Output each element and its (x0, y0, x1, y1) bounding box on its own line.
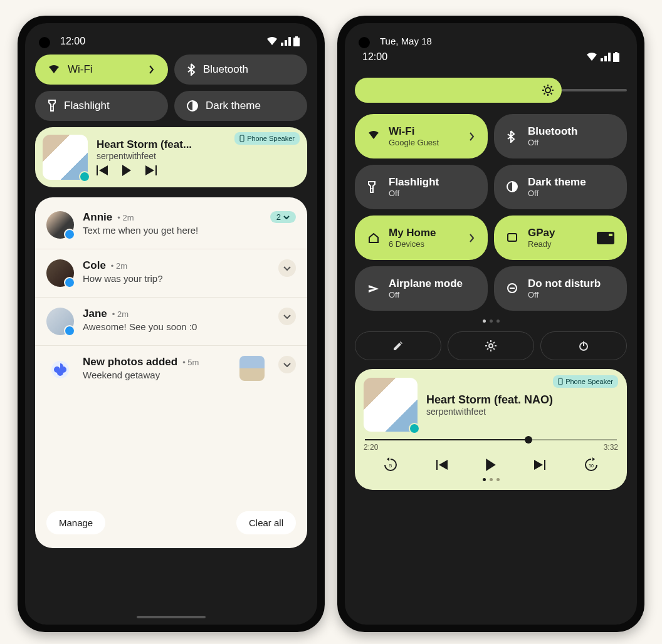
tile-my-home[interactable]: My Home6 Devices (355, 216, 488, 260)
tile-dark-theme[interactable]: Dark themeOff (494, 165, 627, 209)
svg-point-7 (489, 344, 493, 348)
tile-subtitle: Off (389, 290, 475, 299)
app-source-badge (79, 171, 90, 182)
progress-bar[interactable] (365, 439, 617, 440)
tile-subtitle: Off (528, 290, 614, 299)
svg-text:5: 5 (389, 463, 392, 469)
battery-icon (613, 52, 619, 62)
chevron-down-icon (283, 266, 291, 271)
svg-text:30: 30 (589, 464, 594, 468)
dnd-icon (507, 283, 519, 295)
chevron-right-icon (469, 234, 475, 242)
expand-button[interactable] (278, 259, 296, 277)
avatar (46, 259, 74, 287)
tile-wi-fi[interactable]: Wi-FiGoogle Guest (355, 114, 488, 158)
total-time: 3:32 (604, 443, 618, 452)
album-art (43, 135, 88, 180)
forward-30-icon[interactable]: 30 (583, 457, 599, 473)
clear-all-button[interactable]: Clear all (236, 511, 296, 534)
notif-time: • 2m (117, 213, 134, 222)
app-badge-icon (64, 325, 75, 336)
tile-label: Bluetooth (528, 125, 614, 138)
app-source-badge (409, 423, 420, 434)
svg-rect-9 (559, 378, 562, 385)
settings-button[interactable] (448, 331, 534, 360)
clock: 12:00 (60, 36, 85, 47)
tile-bluetooth[interactable]: BluetoothOff (494, 114, 627, 158)
notification-item[interactable]: New photos added• 5m Weekend getaway (35, 346, 307, 393)
notification-shade: Annie• 2m Text me when you get here! 2 C… (35, 197, 307, 548)
tile-wifi[interactable]: Wi-Fi (35, 55, 168, 85)
chevron-right-icon (469, 132, 475, 141)
tile-flashlight[interactable]: Flashlight (35, 91, 168, 121)
tile-bluetooth[interactable]: Bluetooth (174, 55, 307, 85)
play-icon[interactable] (485, 459, 497, 471)
gear-icon (485, 340, 497, 352)
tile-airplane-mode[interactable]: Airplane modeOff (355, 266, 488, 311)
elapsed-time: 2:20 (364, 443, 378, 452)
screen-right: Tue, May 18 12:00 Wi-FiGoogle GuestBluet… (345, 23, 637, 625)
notif-time: • 2m (111, 261, 127, 271)
front-camera (359, 37, 370, 48)
notification-item[interactable]: Annie• 2m Text me when you get here! 2 (35, 201, 307, 249)
battery-icon (293, 36, 300, 46)
brightness-slider[interactable] (355, 78, 627, 103)
status-date: Tue, May 18 (345, 23, 637, 48)
home-icon (367, 232, 380, 244)
phone-speaker-icon (239, 135, 244, 142)
tile-subtitle: Off (528, 138, 614, 147)
rewind-5-icon[interactable]: 5 (382, 457, 399, 473)
status-bar: 12:00 (25, 23, 317, 55)
notification-item[interactable]: Cole• 2m How was your trip? (35, 249, 307, 298)
skip-prev-icon[interactable] (436, 460, 448, 470)
pencil-icon (392, 340, 404, 351)
brightness-icon (542, 84, 554, 96)
tile-subtitle: 6 Devices (389, 239, 460, 249)
bluetooth-icon (187, 63, 196, 76)
media-card-expanded[interactable]: Phone Speaker Heart Storm (feat. NAO) se… (355, 369, 627, 490)
skip-next-icon[interactable] (534, 460, 545, 470)
output-chip[interactable]: Phone Speaker (553, 375, 618, 388)
tile-subtitle: Off (528, 189, 614, 198)
notification-item[interactable]: Jane• 2m Awesome! See you soon :0 (35, 298, 307, 346)
manage-button[interactable]: Manage (46, 511, 105, 534)
notif-count-chip[interactable]: 2 (270, 211, 296, 223)
notif-message: Text me when you get here! (83, 225, 261, 236)
wifi-icon (48, 65, 60, 75)
home-indicator[interactable] (137, 616, 206, 618)
tile-wifi-label: Wi-Fi (68, 63, 93, 76)
track-artist: serpentwithfeet (97, 151, 300, 161)
tile-subtitle: Off (389, 189, 475, 198)
skip-next-icon[interactable] (145, 165, 157, 175)
tile-gpay[interactable]: GPayReady (494, 216, 627, 260)
expand-button[interactable] (278, 308, 296, 325)
media-card[interactable]: Heart Storm (feat... serpentwithfeet Pho… (35, 127, 307, 187)
card-icon (597, 232, 614, 244)
tile-bluetooth-label: Bluetooth (203, 63, 248, 76)
tile-label: My Home (389, 227, 460, 239)
edit-tiles-button[interactable] (355, 331, 441, 360)
progress-handle[interactable] (525, 436, 532, 444)
front-camera (39, 37, 50, 48)
signal-icon (601, 53, 611, 61)
flash-icon (367, 181, 380, 194)
tile-flashlight[interactable]: FlashlightOff (355, 165, 488, 209)
play-icon[interactable] (122, 165, 132, 176)
tile-dark-theme[interactable]: Dark theme (174, 91, 307, 121)
page-indicator (355, 319, 627, 323)
avatar (46, 211, 74, 239)
power-icon (578, 340, 589, 351)
output-chip[interactable]: Phone Speaker (234, 132, 300, 145)
notif-sender: Annie (83, 211, 112, 224)
phone-left: 12:00 Wi-Fi Bluetooth (18, 16, 325, 632)
bt-icon (507, 130, 519, 143)
expand-button[interactable] (278, 356, 296, 373)
wifi-icon (367, 130, 380, 143)
tile-label: Dark theme (528, 176, 614, 189)
power-button[interactable] (540, 331, 627, 360)
tile-label: Do not disturb (528, 278, 614, 290)
signal-icon (281, 37, 291, 46)
skip-prev-icon[interactable] (97, 165, 108, 175)
svg-rect-5 (508, 234, 517, 241)
tile-do-not-disturb[interactable]: Do not disturbOff (494, 266, 627, 311)
